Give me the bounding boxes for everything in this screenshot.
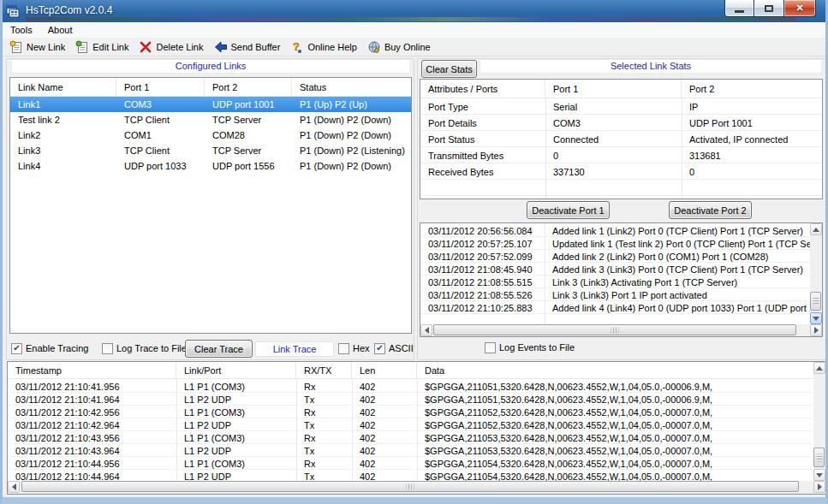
event-log-row[interactable]: 03/11/2012 20:56:56.084 Added link 1 (Li…: [420, 224, 810, 237]
scroll-right-button[interactable]: [810, 324, 822, 336]
trace-len-cell: 402: [352, 407, 417, 418]
titlebar-glass-reflection: [26, 17, 796, 21]
deactivate-port1-button[interactable]: Deactivate Port 1: [527, 201, 610, 219]
column-stats-port2[interactable]: Port 2: [682, 80, 822, 98]
configured-link-row[interactable]: Link4 UDP port 1033 UDP port 1556 P1 (Do…: [10, 158, 411, 174]
scroll-up-button[interactable]: [813, 362, 825, 374]
trace-hscrollbar[interactable]: [8, 481, 825, 494]
online-help-button[interactable]: ? Online Help: [286, 39, 362, 56]
trace-row[interactable]: 03/11/2012 21:10:41.964 L1 P2 UDP Tx 402…: [8, 393, 813, 406]
app-icon: [6, 4, 20, 18]
trace-row[interactable]: 03/11/2012 21:10:43.956 L1 P1 (COM3) Rx …: [8, 431, 813, 444]
column-link-name[interactable]: Link Name: [10, 78, 116, 96]
maximize-button[interactable]: [754, 0, 784, 17]
left-arrow-icon: [425, 327, 429, 334]
event-log-row[interactable]: 03/11/2012 21:08:45.940 Added link 3 (Li…: [420, 263, 810, 276]
send-buffer-label: Send Buffer: [231, 42, 281, 52]
trace-timestamp-cell: 03/11/2012 21:10:44.964: [8, 471, 176, 482]
titlebar[interactable]: HsTcp2Com v2.0.4 ✕: [0, 0, 828, 22]
event-log-row[interactable]: 03/11/2012 21:08:55.526 Link 3 (Link3) P…: [420, 288, 810, 301]
close-button[interactable]: ✕: [784, 0, 816, 17]
vscroll-thumb[interactable]: [813, 448, 825, 467]
clear-trace-button[interactable]: Clear Trace: [185, 340, 253, 358]
link-name-cell: Link1: [10, 99, 116, 110]
hscroll-thumb[interactable]: [21, 481, 799, 492]
column-port1[interactable]: Port 1: [116, 78, 205, 96]
scroll-up-button[interactable]: [810, 223, 822, 235]
event-timestamp-cell: 03/11/2012 21:10:25.883: [420, 303, 545, 313]
buy-online-button[interactable]: Buy Online: [363, 39, 437, 56]
hex-checkbox[interactable]: Hex: [338, 342, 370, 354]
trace-rx-tx-cell: Rx: [296, 433, 352, 443]
stats-port2-cell: IP: [682, 102, 822, 112]
event-log-row[interactable]: 03/11/2012 20:57:25.107 Updated link 1 (…: [420, 237, 810, 250]
deactivate-port2-button[interactable]: Deactivate Port 2: [669, 201, 752, 219]
link-stats-header[interactable]: Attributes / Ports Port 1 Port 2: [420, 80, 822, 98]
trace-row[interactable]: 03/11/2012 21:10:43.964 L1 P2 UDP Tx 402…: [8, 444, 813, 457]
column-port2[interactable]: Port 2: [205, 78, 292, 96]
checkbox-box: [11, 343, 22, 354]
trace-header[interactable]: Timestamp Link/Port RX/TX Len Data: [8, 362, 825, 379]
column-data[interactable]: Data: [417, 362, 825, 378]
trace-vscrollbar[interactable]: [813, 362, 825, 481]
trace-link-port-cell: L1 P2 UDP: [176, 394, 296, 405]
configured-link-row[interactable]: Link1 COM3 UDP port 1001 P1 (Up) P2 (Up): [10, 97, 411, 112]
configured-links-header[interactable]: Link Name Port 1 Port 2 Status: [10, 78, 411, 97]
port2-cell: UDP port 1001: [205, 99, 292, 110]
column-stats-port1[interactable]: Port 1: [545, 80, 682, 98]
send-buffer-button[interactable]: Send Buffer: [210, 39, 287, 56]
menu-item[interactable]: Tools: [3, 25, 40, 35]
red-x-icon: [139, 40, 152, 54]
event-log-row[interactable]: 03/11/2012 20:57:52.099 Added link 2 (Li…: [420, 250, 810, 263]
trace-row[interactable]: 03/11/2012 21:10:42.964 L1 P2 UDP Tx 402…: [8, 418, 813, 431]
scroll-down-button[interactable]: [813, 469, 825, 481]
enable-tracing-checkbox[interactable]: Enable Tracing: [11, 342, 88, 354]
event-log-row[interactable]: 03/11/2012 21:08:55.515 Link 3 (Link3) A…: [420, 276, 810, 288]
stats-attribute-cell: Port Type: [420, 102, 545, 112]
trace-row[interactable]: 03/11/2012 21:10:41.956 L1 P1 (COM3) Rx …: [8, 380, 813, 393]
menu-item[interactable]: About: [40, 25, 80, 35]
stats-row: Port Details COM3 UDP Port 1001: [420, 115, 822, 131]
log-events-to-file-checkbox[interactable]: Log Events to File: [485, 341, 575, 353]
column-status[interactable]: Status: [292, 78, 411, 96]
event-log-vscrollbar[interactable]: [810, 223, 822, 324]
configured-link-row[interactable]: Link2 COM1 COM28 P1 (Down) P2 (Down): [10, 127, 411, 143]
minimize-button[interactable]: [724, 0, 754, 17]
trace-row[interactable]: 03/11/2012 21:10:42.956 L1 P1 (COM3) Rx …: [8, 406, 813, 418]
event-text-cell: Added link 1 (Link2) Port 0 (TCP Client)…: [545, 226, 810, 236]
event-log-row[interactable]: 03/11/2012 21:10:25.883 Added link 4 (Li…: [420, 301, 810, 314]
clear-stats-button[interactable]: Clear Stats: [421, 60, 477, 78]
event-text-cell: Added link 4 (Link4) Port 0 (UDP port 10…: [545, 303, 810, 313]
column-link-port[interactable]: Link/Port: [176, 362, 296, 378]
hscroll-thumb[interactable]: [433, 324, 796, 335]
column-attributes[interactable]: Attributes / Ports: [420, 80, 545, 98]
column-len[interactable]: Len: [352, 362, 417, 378]
scroll-left-button[interactable]: [420, 324, 432, 336]
checkbox-box: [485, 342, 496, 353]
scroll-left-button[interactable]: [8, 481, 20, 493]
edit-link-button[interactable]: Edit Link: [71, 39, 134, 56]
port1-cell: TCP Client: [116, 115, 205, 125]
trace-column-separator: [296, 380, 297, 483]
ascii-checkbox[interactable]: ASCII: [374, 342, 414, 354]
stats-port1-cell: 0: [545, 151, 682, 161]
event-log-hscrollbar[interactable]: [420, 324, 822, 336]
trace-row[interactable]: 03/11/2012 21:10:44.956 L1 P1 (COM3) Rx …: [8, 457, 813, 470]
stats-attribute-cell: Port Details: [420, 118, 545, 128]
scroll-down-button[interactable]: [810, 312, 822, 324]
column-timestamp[interactable]: Timestamp: [8, 362, 176, 378]
configured-link-row[interactable]: Test link 2 TCP Client TCP Server P1 (Do…: [10, 112, 411, 127]
delete-link-button[interactable]: Delete Link: [134, 39, 209, 56]
trace-timestamp-cell: 03/11/2012 21:10:43.964: [8, 446, 176, 456]
column-rx-tx[interactable]: RX/TX: [296, 362, 352, 378]
trace-link-port-cell: L1 P2 UDP: [176, 471, 296, 482]
vscroll-thumb[interactable]: [810, 292, 821, 311]
configured-link-row[interactable]: Link3 TCP Client TCP Server P1 (Down) P2…: [10, 143, 411, 158]
event-column-separator: [545, 223, 545, 324]
edit-document-icon: [75, 40, 89, 54]
log-trace-to-file-checkbox[interactable]: Log Trace to File: [102, 342, 187, 354]
stats-row: Transmitted Bytes 0 313681: [420, 147, 822, 163]
scroll-right-button[interactable]: [813, 481, 825, 493]
new-link-button[interactable]: New Link: [5, 39, 71, 56]
trace-timestamp-cell: 03/11/2012 21:10:41.964: [8, 394, 176, 405]
